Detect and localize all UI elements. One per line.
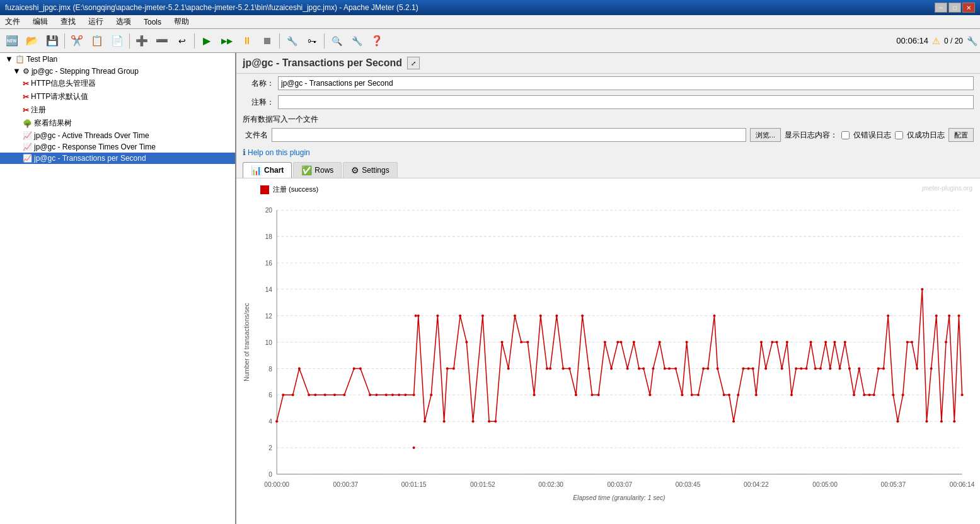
svg-point-53 [404, 393, 406, 396]
tree-item-result-tree[interactable]: 🌳 察看结果树 [0, 117, 235, 130]
svg-point-88 [620, 341, 622, 344]
timer-section: 00:06:14 ⚠ 0 / 20 🔧 [896, 36, 977, 46]
remote-stop[interactable]: 🗝 [303, 32, 321, 50]
tree-expand-icon: ▼ [5, 54, 13, 64]
svg-point-144 [902, 393, 904, 396]
paste-button[interactable]: 📄 [108, 32, 127, 50]
svg-text:4: 4 [268, 418, 272, 425]
tree-item-http-header[interactable]: ✂ HTTP信息头管理器 [0, 77, 235, 90]
remove-button[interactable]: ➖ [153, 32, 171, 50]
tab-chart[interactable]: 📊 Chart [243, 162, 292, 178]
svg-point-130 [833, 341, 836, 344]
help-button[interactable]: ❓ [367, 32, 386, 50]
close-button[interactable]: ✕ [962, 3, 975, 13]
settings-tab-label: Settings [362, 166, 389, 175]
browse-button[interactable]: 浏览... [750, 128, 781, 142]
help-link[interactable]: ℹ Help on this plugin [243, 148, 974, 157]
tree-panel: ▼ 📋 Test Plan ▼ ⚙ jp@gc - Stepping Threa… [0, 53, 236, 524]
tree-item-register[interactable]: ✂ 注册 [0, 103, 235, 117]
svg-point-139 [877, 367, 880, 370]
svg-text:14: 14 [265, 286, 273, 293]
menu-tools[interactable]: Tools [141, 16, 164, 28]
comment-input[interactable] [278, 95, 974, 109]
menu-run[interactable]: 运行 [86, 15, 106, 28]
name-label: 名称： [243, 78, 274, 89]
menu-file[interactable]: 文件 [3, 15, 23, 28]
svg-point-107 [723, 393, 725, 396]
tab-settings[interactable]: ⚙ Settings [343, 162, 397, 178]
copy-button[interactable]: 📋 [88, 32, 107, 50]
svg-point-49 [375, 393, 378, 396]
svg-text:00:05:00: 00:05:00 [812, 481, 838, 488]
menu-options[interactable]: 选项 [113, 15, 134, 28]
svg-point-118 [775, 341, 778, 344]
svg-point-105 [713, 315, 715, 317]
svg-point-83 [591, 393, 593, 396]
tree-item-response-times[interactable]: 📈 jp@gc - Response Times Over Time [0, 141, 235, 153]
tree-item-stepping-thread[interactable]: ▼ ⚙ jp@gc - Stepping Thread Group [0, 65, 235, 77]
minimize-button[interactable]: ─ [935, 3, 947, 13]
svg-point-99 [681, 393, 683, 396]
tabs-bar: 📊 Chart ✅ Rows ⚙ Settings [236, 160, 980, 178]
search-button[interactable]: 🔍 [327, 32, 346, 50]
svg-point-104 [706, 367, 709, 370]
svg-text:0: 0 [268, 471, 272, 478]
titlebar: fuzaiceshi_jpgc.jmx (E:\songqing\apache-… [0, 0, 980, 15]
add-button[interactable]: ➕ [132, 32, 151, 50]
menu-edit[interactable]: 编辑 [30, 15, 50, 28]
config-button[interactable]: 配置 [948, 128, 974, 142]
maximize-button[interactable]: □ [948, 3, 961, 13]
result-tree-label: 察看结果树 [34, 118, 72, 129]
svg-point-127 [819, 367, 822, 370]
svg-text:00:03:07: 00:03:07 [608, 481, 633, 488]
svg-point-59 [443, 420, 446, 422]
tree-item-transactions[interactable]: 📈 jp@gc - Transactions per Second [0, 153, 235, 164]
start-no-pause[interactable]: ▶▶ [217, 32, 236, 50]
svg-point-156 [957, 315, 960, 317]
tree-item-test-plan[interactable]: ▼ 📋 Test Plan [0, 53, 235, 65]
cut-button[interactable]: ✂️ [67, 32, 86, 50]
help-link-text[interactable]: Help on this plugin [248, 148, 310, 157]
open-button[interactable]: 📂 [23, 32, 42, 50]
http-header-icon: ✂ [23, 79, 29, 88]
svg-point-114 [755, 393, 758, 396]
http-default-icon: ✂ [23, 93, 29, 102]
svg-point-50 [385, 393, 388, 396]
svg-text:20: 20 [265, 207, 273, 214]
svg-point-61 [453, 367, 455, 370]
start-button[interactable]: ▶ [197, 32, 216, 50]
pause-button[interactable]: ⏸ [238, 32, 257, 50]
success-log-checkbox[interactable] [895, 131, 903, 139]
remote-start[interactable]: 🔧 [282, 32, 301, 50]
elapsed-time: 00:06:14 [896, 36, 928, 45]
tab-rows[interactable]: ✅ Rows [293, 162, 342, 178]
svg-point-137 [868, 393, 871, 396]
file-label: 文件名 [243, 130, 268, 141]
svg-point-91 [638, 367, 640, 370]
file-section: 所有数据写入一个文件 文件名 浏览... 显示日志内容： 仅错误日志 仅成功日志… [236, 112, 980, 145]
svg-point-133 [848, 367, 851, 370]
menu-search[interactable]: 查找 [58, 15, 78, 28]
svg-point-84 [597, 393, 600, 396]
svg-point-108 [728, 393, 730, 396]
undo-button[interactable]: ↩ [173, 32, 192, 50]
svg-point-126 [814, 367, 817, 370]
svg-point-97 [668, 367, 671, 370]
error-log-checkbox[interactable] [841, 131, 850, 139]
name-input[interactable] [278, 76, 974, 90]
file-input[interactable] [272, 128, 746, 142]
svg-point-46 [353, 367, 355, 370]
svg-point-158 [413, 446, 415, 449]
menu-help[interactable]: 帮助 [171, 15, 192, 28]
clear-button[interactable]: 🔧 [347, 32, 366, 50]
new-button[interactable]: 🆕 [3, 32, 21, 50]
tree-item-http-default[interactable]: ✂ HTTP请求默认值 [0, 90, 235, 103]
svg-point-48 [369, 393, 371, 396]
svg-point-95 [659, 341, 661, 344]
save-button[interactable]: 💾 [43, 32, 62, 50]
svg-point-64 [472, 420, 475, 422]
expand-button[interactable]: ⤢ [407, 57, 420, 69]
stop-button[interactable]: ⏹ [258, 32, 277, 50]
svg-point-39 [292, 393, 294, 396]
tree-item-active-threads[interactable]: 📈 jp@gc - Active Threads Over Time [0, 130, 235, 141]
